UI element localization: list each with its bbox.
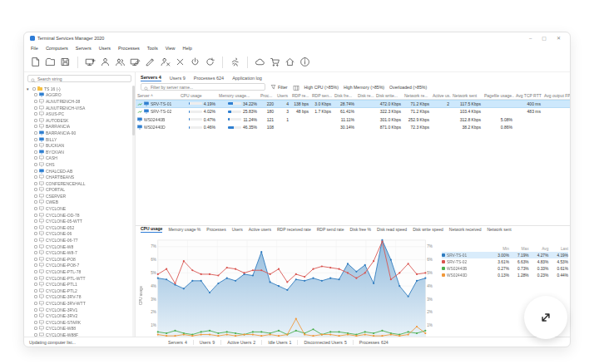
tree-item[interactable]: CASH — [24, 155, 132, 162]
toggle-overloaded[interactable]: Overloaded (>85%) — [389, 85, 427, 90]
computer-checkbox[interactable] — [34, 214, 37, 217]
column-header[interactable]: RDP re... — [290, 93, 310, 98]
computer-checkbox[interactable] — [34, 150, 37, 154]
column-header[interactable]: Proc... — [259, 93, 275, 98]
column-header[interactable]: Avg TCP RTT — [514, 93, 542, 98]
tree-item[interactable]: CYCLONE-W8 — [24, 243, 132, 250]
tree-item[interactable]: CYCLONE-05-WTT — [24, 218, 132, 224]
tree-item[interactable]: BILLY — [24, 136, 132, 143]
filter-button[interactable]: Filter — [270, 84, 288, 90]
chart-tab-processes[interactable]: Processes — [206, 227, 225, 233]
computer-checkbox[interactable] — [34, 125, 37, 128]
chart-tab-users[interactable]: Users — [232, 227, 243, 233]
computer-checkbox[interactable] — [34, 119, 37, 122]
add-user-icon[interactable] — [100, 57, 111, 67]
edit-computer-icon[interactable] — [130, 57, 141, 67]
menu-item-servers[interactable]: Servers — [76, 46, 92, 51]
maximize-button[interactable]: ▢ — [542, 36, 547, 41]
about-info-icon[interactable] — [299, 57, 310, 67]
expand-button[interactable] — [524, 296, 567, 339]
chart-tab-rdp-received-rate[interactable]: RDP received rate — [277, 227, 311, 233]
tree-item[interactable]: CPORTAL — [24, 187, 132, 194]
computer-checkbox[interactable] — [34, 112, 37, 116]
menu-item-view[interactable]: View — [166, 46, 176, 51]
column-header[interactable]: Disk re... — [356, 93, 374, 98]
tree-item[interactable]: AGGRO — [24, 92, 132, 99]
menu-item-computers[interactable]: Computers — [46, 46, 68, 51]
delete-icon[interactable] — [175, 57, 186, 67]
refresh-icon[interactable] — [205, 57, 215, 67]
new-file-icon[interactable] — [30, 57, 41, 67]
computer-checkbox[interactable] — [34, 219, 37, 223]
chart-tab-cpu-usage[interactable]: CPU usage — [141, 226, 162, 233]
column-header[interactable]: Avg output FPS — [542, 93, 570, 98]
table-row[interactable]: SRV-TS-014.19%34.22%2204138 bps3.0 Kbps2… — [136, 100, 570, 108]
tree-item[interactable]: CYCLONE-W88 — [24, 326, 132, 332]
chart-tab-network-sent[interactable]: Network sent — [487, 227, 511, 233]
tree-item[interactable]: CYCLONE-W8-7 — [24, 249, 132, 256]
tree-group-row[interactable]: ▾TS 16 (-) — [24, 86, 132, 92]
server-filter-box[interactable] — [141, 83, 265, 91]
tree-item[interactable]: CSERVER — [24, 193, 132, 199]
tree-item[interactable]: BARRANCIA-90 — [24, 130, 132, 136]
menu-item-tools[interactable]: Tools — [147, 46, 158, 51]
tree-item[interactable]: CYCLONE-3RV-78 — [24, 294, 132, 301]
column-header[interactable]: Memory usage... — [217, 93, 259, 98]
tree-item[interactable]: CYCLONE-3RV2 — [24, 312, 132, 319]
computer-checkbox[interactable] — [34, 308, 37, 312]
save-icon[interactable] — [60, 57, 71, 67]
computer-checkbox[interactable] — [34, 321, 37, 324]
tree-item[interactable]: BARRANCIA — [24, 124, 132, 130]
tree-item[interactable]: CYCLONE-3RV1 — [24, 307, 132, 313]
close-button[interactable]: ✕ — [557, 36, 561, 41]
tree-item[interactable]: CYCLONE-PTL1 — [24, 281, 132, 288]
minimize-button[interactable]: – — [529, 36, 532, 41]
computer-checkbox[interactable] — [34, 258, 37, 261]
computer-checkbox[interactable] — [34, 131, 37, 135]
computer-checkbox[interactable] — [34, 295, 37, 298]
power-icon[interactable] — [190, 57, 200, 67]
computer-checkbox[interactable] — [34, 93, 37, 96]
tree-item[interactable]: CWEB — [24, 199, 132, 206]
tree-item[interactable]: ALNUTRENCH-VISA — [24, 105, 132, 111]
tree-item[interactable]: CYCLONE-PTL-WTT — [24, 275, 132, 282]
connect-computer-icon[interactable] — [85, 57, 96, 67]
tree-item[interactable]: CYCLONE-06-77 — [24, 237, 132, 243]
computer-checkbox[interactable] — [34, 163, 37, 166]
tree-item[interactable]: CYCLONE-3RV-WTT — [24, 300, 132, 307]
computer-checkbox[interactable] — [34, 194, 37, 198]
column-header[interactable]: RDP sen... — [310, 93, 333, 98]
disconnect-user-icon[interactable] — [160, 57, 171, 67]
tab-processes[interactable]: Processes 624 — [194, 76, 224, 82]
open-folder-icon[interactable] — [45, 57, 56, 67]
computer-checkbox[interactable] — [34, 245, 37, 248]
tree-scrollbar-thumb[interactable] — [132, 86, 135, 135]
column-header[interactable]: Network sent — [451, 93, 483, 98]
table-row[interactable]: WS02440D0.46%46.35%10830.14%871.0 Kbps72… — [136, 124, 570, 132]
computer-checkbox[interactable] — [34, 175, 37, 179]
cloud-download-icon[interactable] — [255, 57, 265, 67]
tree-item[interactable]: BYCKIAN — [24, 149, 132, 155]
user-group-icon[interactable] — [115, 57, 126, 67]
column-header[interactable]: Network re... — [403, 93, 431, 98]
computer-checkbox[interactable] — [34, 144, 37, 147]
tree-item[interactable]: CYCLONE-PTL2 — [24, 288, 132, 294]
tab-users[interactable]: Users 9 — [170, 76, 186, 82]
computer-search-box[interactable] — [27, 75, 131, 82]
tree-expand-caret[interactable]: ▾ — [27, 86, 31, 91]
tree-item[interactable]: CHS — [24, 161, 132, 168]
computer-checkbox[interactable] — [34, 283, 37, 286]
menu-item-processes[interactable]: Processes — [118, 46, 140, 51]
table-row[interactable]: SRV-TS-024.02%25.83%180348 bps1.7 Kbps61… — [136, 108, 570, 116]
toggle-high-cpu[interactable]: High CPU (>85%) — [304, 85, 339, 90]
chart-tab-disk-read-speed[interactable]: Disk read speed — [377, 227, 407, 233]
chart-tab-rdp-send-rate[interactable]: RDP send rate — [317, 227, 344, 233]
tree-item[interactable]: CYCLONE-06 — [24, 231, 132, 238]
legend-row[interactable]: WS02440D0.13%1.28%0.23%0.44% — [442, 272, 568, 278]
computer-checkbox[interactable] — [34, 100, 37, 103]
tree-item[interactable]: CYCLONE — [24, 205, 132, 212]
tree-item[interactable]: CHALCED-AB — [24, 168, 132, 175]
computer-checkbox[interactable] — [34, 106, 37, 110]
tab-application-log[interactable]: Application log — [232, 76, 262, 82]
tree-item[interactable]: CYCLONE-PO8-7 — [24, 263, 132, 269]
